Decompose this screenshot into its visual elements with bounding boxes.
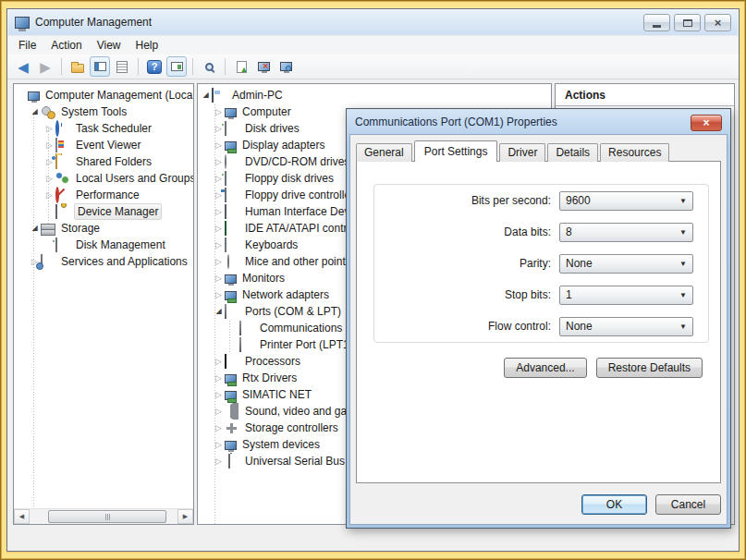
refresh-scan-button[interactable] xyxy=(199,56,219,77)
floppy-drive-icon xyxy=(225,171,226,186)
stop-bits-label: Stop bits: xyxy=(374,288,559,301)
keyboard-icon xyxy=(225,237,226,252)
local-users-groups-icon xyxy=(55,172,70,185)
bits-per-second-select[interactable]: 9600 ▼ xyxy=(559,191,693,211)
monitor-icon xyxy=(225,274,237,284)
tree-guide-line xyxy=(229,321,230,354)
properties-icon xyxy=(116,61,128,73)
scrollbar-thumb[interactable] xyxy=(48,510,166,523)
close-icon: × xyxy=(715,17,722,29)
usb-icon xyxy=(228,454,230,469)
menu-file[interactable]: File xyxy=(11,37,43,54)
tree-item-services-applications[interactable]: ▷ Services and Applications xyxy=(14,253,193,270)
system-tools-icon xyxy=(41,105,55,118)
show-console-tree-button[interactable] xyxy=(90,56,110,77)
tree-item-device-manager[interactable]: Device Manager xyxy=(14,203,193,220)
flow-control-value: None xyxy=(566,320,593,333)
data-bits-label: Data bits: xyxy=(374,225,559,238)
scan-hardware-changes-button[interactable] xyxy=(275,56,296,77)
help-icon: ? xyxy=(147,60,162,74)
expander-expanded-icon[interactable]: ◢ xyxy=(29,225,41,232)
folder-icon xyxy=(71,64,84,73)
maximize-icon xyxy=(683,19,692,27)
dialog-body: General Port Settings Driver Details Res… xyxy=(350,135,727,524)
tree-item-performance[interactable]: ▷ Performance xyxy=(14,187,193,203)
console-tree-pane: Computer Management (Local ◢ System Tool… xyxy=(13,83,194,525)
expander-collapsed-icon[interactable]: ▷ xyxy=(43,191,55,200)
back-button[interactable]: ◀ xyxy=(13,56,33,77)
update-driver-icon: ▲ xyxy=(237,61,247,73)
tab-resources[interactable]: Resources xyxy=(600,143,669,162)
tree-item-task-scheduler[interactable]: ▷ Task Scheduler xyxy=(14,120,193,137)
help-button[interactable]: ? xyxy=(144,56,165,77)
toolbar-separator xyxy=(138,58,139,75)
minimize-icon xyxy=(653,25,661,28)
action-pane-icon xyxy=(171,62,183,71)
expander-collapsed-icon[interactable]: ▷ xyxy=(43,125,55,133)
expander-collapsed-icon[interactable]: ▷ xyxy=(43,175,55,183)
display-adapter-icon xyxy=(225,141,237,151)
menu-bar: File Action View Help xyxy=(7,35,739,55)
device-item-admin-pc[interactable]: ◢ Admin-PC xyxy=(198,87,551,103)
ok-button[interactable]: OK xyxy=(581,494,647,515)
dialog-title-bar[interactable]: Communications Port (COM1) Properties xyxy=(347,109,730,134)
menu-help[interactable]: Help xyxy=(128,37,166,54)
event-viewer-icon xyxy=(55,138,57,152)
expander-expanded-icon[interactable]: ◢ xyxy=(29,108,41,116)
restore-defaults-button[interactable]: Restore Defaults xyxy=(596,358,703,378)
mouse-icon xyxy=(227,254,229,269)
menu-action[interactable]: Action xyxy=(43,37,89,54)
tree-item-computer-management[interactable]: Computer Management (Local xyxy=(14,87,193,103)
tab-port-settings[interactable]: Port Settings xyxy=(414,140,498,162)
scan-hardware-icon xyxy=(280,62,292,71)
advanced-button[interactable]: Advanced... xyxy=(504,358,586,378)
field-row-stop-bits: Stop bits: 1 ▼ xyxy=(374,286,693,305)
expander-expanded-icon[interactable]: ◢ xyxy=(200,91,212,99)
uninstall-device-button[interactable]: × xyxy=(253,56,274,77)
data-bits-select[interactable]: 8 ▼ xyxy=(559,223,693,242)
expander-collapsed-icon[interactable]: ▷ xyxy=(43,141,55,150)
maximize-button[interactable] xyxy=(674,14,701,31)
storage-icon xyxy=(41,222,55,235)
tree-item-system-tools[interactable]: ◢ System Tools xyxy=(14,103,193,120)
minimize-button[interactable] xyxy=(643,14,670,31)
ide-controller-icon xyxy=(225,221,226,236)
title-bar[interactable]: Computer Management × xyxy=(7,9,739,35)
stop-bits-value: 1 xyxy=(566,288,572,301)
cancel-button[interactable]: Cancel xyxy=(655,494,721,515)
parity-label: Parity: xyxy=(374,257,559,270)
tree-item-event-viewer[interactable]: ▷ Event Viewer xyxy=(14,137,193,153)
console-tree: Computer Management (Local ◢ System Tool… xyxy=(14,84,193,270)
tree-item-disk-management[interactable]: Disk Management xyxy=(14,237,193,253)
tree-item-storage[interactable]: ◢ Storage xyxy=(14,220,193,237)
tree-item-local-users-groups[interactable]: ▷ Local Users and Groups xyxy=(14,170,193,187)
window-title: Computer Management xyxy=(35,16,152,29)
forward-arrow-icon: ▶ xyxy=(40,60,51,74)
tab-driver[interactable]: Driver xyxy=(499,143,545,162)
parity-select[interactable]: None ▼ xyxy=(559,254,693,274)
flow-control-label: Flow control: xyxy=(374,320,559,333)
show-action-pane-button[interactable] xyxy=(166,56,187,77)
menu-view[interactable]: View xyxy=(90,37,128,54)
toolbar-separator xyxy=(192,58,193,75)
tree-item-shared-folders[interactable]: ▷ Shared Folders xyxy=(14,153,193,170)
storage-controller-icon xyxy=(225,421,239,434)
tree-guide-line xyxy=(214,104,215,525)
folder-up-button[interactable] xyxy=(67,56,88,77)
update-driver-button[interactable]: ▲ xyxy=(231,56,251,77)
uninstall-device-icon: × xyxy=(258,62,270,71)
flow-control-select[interactable]: None ▼ xyxy=(559,317,693,336)
properties-button[interactable] xyxy=(112,56,132,77)
stop-bits-select[interactable]: 1 ▼ xyxy=(559,286,693,305)
system-device-icon xyxy=(225,441,237,450)
tab-details[interactable]: Details xyxy=(547,143,598,162)
tab-general[interactable]: General xyxy=(356,143,412,162)
actions-pane-header: Actions xyxy=(556,84,734,106)
scroll-right-button[interactable]: ▶ xyxy=(177,509,193,524)
port-icon xyxy=(239,337,241,352)
scroll-left-button[interactable]: ◀ xyxy=(14,509,30,524)
dialog-close-button[interactable]: × xyxy=(691,115,722,131)
horizontal-scrollbar[interactable]: ◀ ▶ xyxy=(14,508,193,524)
close-button[interactable]: × xyxy=(704,14,731,31)
forward-button[interactable]: ▶ xyxy=(35,56,55,77)
